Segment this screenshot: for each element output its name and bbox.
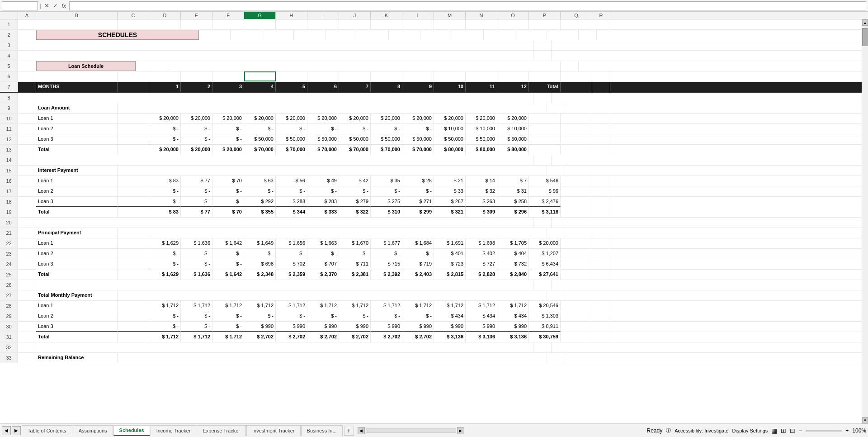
col-header-A[interactable]: A: [18, 12, 36, 19]
row-21: 21 Principal Payment: [0, 228, 862, 238]
tab-schedules[interactable]: Schedules: [113, 425, 150, 436]
row-18: 18 Loan 3 $ - $ - $ - $ 292 $ 288 $ 283 …: [0, 197, 862, 207]
row-9: 9 Loan Amount: [0, 103, 862, 114]
col-header-Q[interactable]: Q: [561, 12, 592, 19]
col-header-G[interactable]: G: [244, 12, 276, 19]
col-header-N[interactable]: N: [466, 12, 497, 19]
row-15: 15 Interest Payment: [0, 166, 862, 176]
col-header-L[interactable]: L: [402, 12, 434, 19]
row-31: 31 Total $ 1,712 $ 1,712 $ 1,712 $ 2,702…: [0, 332, 862, 342]
row-13: 13 Total $ 20,000 $ 20,000 $ 20,000 $ 70…: [0, 145, 862, 155]
row-33: 33 Remaining Balance: [0, 353, 862, 363]
row-8: 8: [0, 93, 862, 103]
accessibility-icon[interactable]: ⓘ: [666, 427, 671, 434]
row-20: 20: [0, 218, 862, 228]
tab-nav-next[interactable]: ▶: [12, 426, 21, 435]
col-header-D[interactable]: D: [149, 12, 181, 19]
interest-payment-header: Interest Payment: [36, 166, 118, 176]
zoom-in-btn[interactable]: +: [845, 428, 849, 434]
rownum-1: 1: [0, 19, 18, 29]
row-4: 4: [0, 51, 862, 61]
total-monthly-payment-header: Total Monthly Payment: [36, 290, 118, 300]
insert-function-icon[interactable]: fx: [60, 2, 67, 9]
row-14: 14: [0, 155, 862, 166]
row-30: 30 Loan 3 $ - $ - $ - $ 990 $ 990 $ 990 …: [0, 322, 862, 332]
formula-input[interactable]: [69, 1, 866, 10]
view-normal-btn[interactable]: ▦: [771, 427, 777, 434]
row-1: 1: [0, 19, 862, 30]
row-22: 22 Loan 1 $ 1,629 $ 1,636 $ 1,642 $ 1,64…: [0, 238, 862, 249]
remaining-balance-header: Remaining Balance: [36, 353, 118, 363]
loan-amount-header: Loan Amount: [36, 103, 118, 113]
corner-cell: [0, 12, 18, 19]
vertical-scrollbar[interactable]: ▲ ▼: [862, 19, 868, 423]
hscroll-right-btn[interactable]: ▶: [457, 427, 464, 434]
add-sheet-button[interactable]: +: [344, 426, 354, 436]
scroll-up-button[interactable]: ▲: [862, 19, 868, 26]
scroll-down-button[interactable]: ▼: [862, 417, 868, 423]
row-6: 6: [0, 71, 862, 82]
formula-bar-icons: ✕ ✓ fx: [43, 2, 67, 9]
col-header-P[interactable]: P: [529, 12, 561, 19]
principal-payment-header: Principal Payment: [36, 228, 118, 238]
tab-table-of-contents[interactable]: Table of Contents: [22, 425, 72, 436]
tab-income-tracker[interactable]: Income Tracker: [151, 425, 197, 436]
row-17: 17 Loan 2 $ - $ - $ - $ - $ - $ - $ - $ …: [0, 186, 862, 197]
column-header-row: A B C D E F G H I J K L M N O P Q R: [0, 12, 868, 19]
grid-body: 1 2: [0, 19, 862, 423]
sheet-tab-bar: ◀ ▶ Table of Contents Assumptions Schedu…: [0, 423, 868, 437]
col-header-J[interactable]: J: [339, 12, 371, 19]
loan3-label: Loan 3: [36, 134, 118, 144]
row-23: 23 Loan 2 $ - $ - $ - $ - $ - $ - $ - $ …: [0, 249, 862, 259]
col-header-K[interactable]: K: [371, 12, 402, 19]
hscroll-left-btn[interactable]: ◀: [358, 427, 365, 434]
view-page-break-btn[interactable]: ⊟: [790, 427, 795, 434]
scroll-track[interactable]: [862, 26, 868, 417]
col-header-R[interactable]: R: [592, 12, 610, 19]
row-19: 19 Total $ 83 $ 77 $ 70 $ 355 $ 344 $ 33…: [0, 207, 862, 218]
col-header-I[interactable]: I: [307, 12, 339, 19]
row-5: 5 Loan Schedule: [0, 61, 862, 71]
tab-nav-prev[interactable]: ◀: [2, 426, 11, 435]
row-27: 27 Total Monthly Payment: [0, 290, 862, 301]
cancel-icon[interactable]: ✕: [43, 2, 51, 9]
rownum-2: 2: [0, 30, 18, 40]
tab-investment-tracker[interactable]: Investment Tracker: [246, 425, 301, 436]
view-layout-btn[interactable]: ⊞: [781, 427, 786, 434]
row-29: 29 Loan 2 $ - $ - $ - $ - $ - $ - $ - $ …: [0, 311, 862, 322]
scroll-thumb[interactable]: [862, 28, 868, 46]
hscroll-track[interactable]: [366, 428, 456, 433]
row-11: 11 Loan 2 $ - $ - $ - $ - $ - $ - $ - $ …: [0, 124, 862, 134]
months-label: MONTHS: [36, 82, 118, 92]
row-28: 28 Loan 1 $ 1,712 $ 1,712 $ 1,712 $ 1,71…: [0, 301, 862, 311]
col-header-F[interactable]: F: [212, 12, 244, 19]
tab-business-in[interactable]: Business In...: [301, 425, 343, 436]
row-32: 32: [0, 342, 862, 353]
loan-schedule-label: Loan Schedule: [36, 61, 136, 71]
col-header-B[interactable]: B: [36, 12, 118, 19]
row-25: 25 Total $ 1,629 $ 1,636 $ 1,642 $ 2,348…: [0, 270, 862, 280]
tab-expense-tracker[interactable]: Expense Tracker: [197, 425, 246, 436]
tab-assumptions[interactable]: Assumptions: [73, 425, 113, 436]
col-header-C[interactable]: C: [118, 12, 149, 19]
cell-ref-input[interactable]: G6: [2, 1, 38, 10]
zoom-out-btn[interactable]: −: [799, 428, 802, 434]
col-header-M[interactable]: M: [434, 12, 466, 19]
zoom-slider[interactable]: [806, 430, 842, 432]
row-10: 10 Loan 1 $ 20,000 $ 20,000 $ 20,000 $ 2…: [0, 114, 862, 124]
status-ready: Ready: [646, 428, 662, 434]
row-24: 24 Loan 3 $ - $ - $ - $ 698 $ 702 $ 707 …: [0, 259, 862, 270]
row-2: 2 SCHEDULES: [0, 30, 862, 40]
formula-bar: G6 | ✕ ✓ fx: [0, 0, 868, 12]
row-16: 16 Loan 1 $ 83 $ 77 $ 70 $ 63 $ 56 $ 49 …: [0, 176, 862, 186]
confirm-icon[interactable]: ✓: [52, 2, 59, 9]
display-settings-btn[interactable]: Display Settings: [732, 428, 768, 433]
zoom-level: 100%: [852, 428, 866, 434]
col-header-E[interactable]: E: [181, 12, 212, 19]
col-header-H[interactable]: H: [276, 12, 307, 19]
formula-bar-separator: |: [40, 3, 41, 9]
row-3: 3: [0, 40, 862, 51]
col-header-O[interactable]: O: [497, 12, 529, 19]
loan1-label: Loan 1: [36, 114, 118, 124]
row-12: 12 Loan 3 $ - $ - $ - $ 50,000 $ 50,000 …: [0, 134, 862, 145]
